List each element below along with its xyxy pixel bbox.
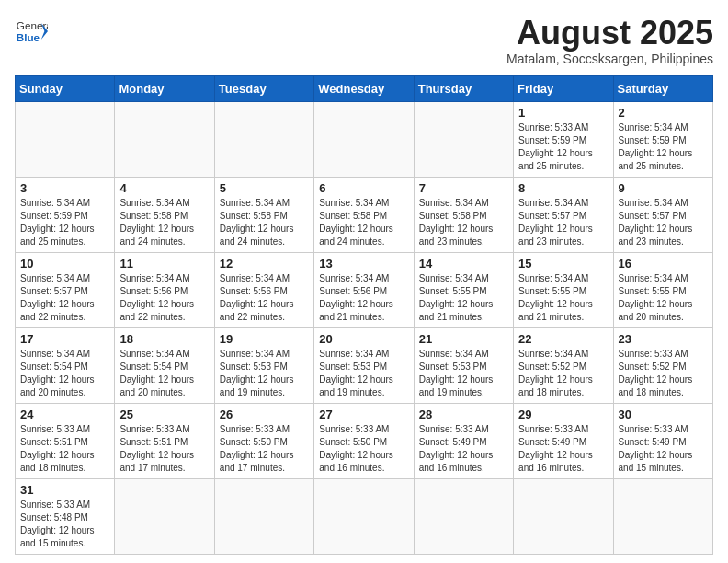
calendar-cell: 5Sunrise: 5:34 AM Sunset: 5:58 PM Daylig… [214,177,313,252]
day-info: Sunrise: 5:34 AM Sunset: 5:57 PM Dayligh… [20,272,109,324]
day-number: 9 [619,181,708,195]
calendar-cell: 14Sunrise: 5:34 AM Sunset: 5:55 PM Dayli… [414,252,513,327]
day-info: Sunrise: 5:34 AM Sunset: 5:55 PM Dayligh… [419,272,508,324]
calendar-cell: 3Sunrise: 5:34 AM Sunset: 5:59 PM Daylig… [16,177,115,252]
day-info: Sunrise: 5:34 AM Sunset: 5:53 PM Dayligh… [220,348,309,399]
day-number: 25 [119,408,209,421]
calendar-cell: 22Sunrise: 5:34 AM Sunset: 5:52 PM Dayli… [514,327,613,403]
day-info: Sunrise: 5:34 AM Sunset: 5:56 PM Dayligh… [319,272,408,324]
day-info: Sunrise: 5:34 AM Sunset: 5:57 PM Dayligh… [518,197,608,248]
day-number: 3 [20,181,109,195]
day-info: Sunrise: 5:33 AM Sunset: 5:52 PM Dayligh… [619,348,708,399]
calendar-cell: 1Sunrise: 5:33 AM Sunset: 5:59 PM Daylig… [514,101,613,177]
day-info: Sunrise: 5:33 AM Sunset: 5:49 PM Dayligh… [619,423,708,475]
calendar-cell: 31Sunrise: 5:33 AM Sunset: 5:48 PM Dayli… [16,478,115,554]
calendar-cell: 7Sunrise: 5:34 AM Sunset: 5:58 PM Daylig… [414,177,513,252]
calendar-cell: 19Sunrise: 5:34 AM Sunset: 5:53 PM Dayli… [214,327,313,403]
day-number: 31 [20,483,109,497]
calendar-cell: 11Sunrise: 5:34 AM Sunset: 5:56 PM Dayli… [115,252,214,327]
day-number: 29 [518,408,608,421]
day-number: 1 [518,106,608,120]
calendar-cell: 21Sunrise: 5:34 AM Sunset: 5:53 PM Dayli… [414,327,513,403]
day-number: 17 [20,332,109,346]
calendar-week-row: 24Sunrise: 5:33 AM Sunset: 5:51 PM Dayli… [16,403,713,478]
day-info: Sunrise: 5:34 AM Sunset: 5:53 PM Dayligh… [319,348,408,399]
day-info: Sunrise: 5:34 AM Sunset: 5:59 PM Dayligh… [20,197,109,248]
logo: General Blue [15,15,48,48]
day-number: 22 [518,332,608,346]
day-info: Sunrise: 5:34 AM Sunset: 5:53 PM Dayligh… [419,348,508,399]
calendar-cell: 25Sunrise: 5:33 AM Sunset: 5:51 PM Dayli… [115,403,214,478]
month-year-title: August 2025 [506,15,713,52]
day-number: 11 [119,257,209,270]
calendar-cell: 17Sunrise: 5:34 AM Sunset: 5:54 PM Dayli… [16,327,115,403]
logo-icon: General Blue [15,15,48,48]
calendar-cell: 24Sunrise: 5:33 AM Sunset: 5:51 PM Dayli… [16,403,115,478]
calendar-cell: 4Sunrise: 5:34 AM Sunset: 5:58 PM Daylig… [115,177,214,252]
calendar-cell [214,478,313,554]
day-info: Sunrise: 5:34 AM Sunset: 5:54 PM Dayligh… [20,348,109,399]
calendar-cell: 13Sunrise: 5:34 AM Sunset: 5:56 PM Dayli… [314,252,414,327]
calendar-cell [314,478,414,554]
weekday-header-thursday: Thursday [414,75,513,101]
calendar-cell: 18Sunrise: 5:34 AM Sunset: 5:54 PM Dayli… [115,327,214,403]
calendar-cell: 9Sunrise: 5:34 AM Sunset: 5:57 PM Daylig… [613,177,712,252]
weekday-header-friday: Friday [514,75,613,101]
day-info: Sunrise: 5:34 AM Sunset: 5:58 PM Dayligh… [220,197,309,248]
page-header: General Blue August 2025 Matalam, Soccsk… [15,15,713,66]
calendar-cell: 26Sunrise: 5:33 AM Sunset: 5:50 PM Dayli… [214,403,313,478]
title-area: August 2025 Matalam, Soccsksargen, Phili… [506,15,713,66]
calendar-cell: 23Sunrise: 5:33 AM Sunset: 5:52 PM Dayli… [613,327,712,403]
calendar-cell [514,478,613,554]
day-number: 20 [319,332,408,346]
day-info: Sunrise: 5:34 AM Sunset: 5:56 PM Dayligh… [220,272,309,324]
calendar-body: 1Sunrise: 5:33 AM Sunset: 5:59 PM Daylig… [16,101,713,554]
calendar-cell [16,101,115,177]
day-info: Sunrise: 5:33 AM Sunset: 5:50 PM Dayligh… [319,423,408,475]
calendar-cell [613,478,712,554]
calendar-cell: 2Sunrise: 5:34 AM Sunset: 5:59 PM Daylig… [613,101,712,177]
calendar-cell: 12Sunrise: 5:34 AM Sunset: 5:56 PM Dayli… [214,252,313,327]
day-info: Sunrise: 5:34 AM Sunset: 5:56 PM Dayligh… [119,272,209,324]
day-number: 28 [419,408,508,421]
calendar-week-row: 31Sunrise: 5:33 AM Sunset: 5:48 PM Dayli… [16,478,713,554]
day-number: 13 [319,257,408,270]
calendar-cell: 29Sunrise: 5:33 AM Sunset: 5:49 PM Dayli… [514,403,613,478]
day-number: 14 [419,257,508,270]
calendar-week-row: 10Sunrise: 5:34 AM Sunset: 5:57 PM Dayli… [16,252,713,327]
day-info: Sunrise: 5:33 AM Sunset: 5:49 PM Dayligh… [419,423,508,475]
calendar-cell [414,478,513,554]
day-number: 19 [220,332,309,346]
day-number: 10 [20,257,109,270]
day-info: Sunrise: 5:33 AM Sunset: 5:59 PM Dayligh… [518,121,608,173]
day-number: 4 [119,181,209,195]
day-number: 8 [518,181,608,195]
day-info: Sunrise: 5:34 AM Sunset: 5:57 PM Dayligh… [619,197,708,248]
location-subtitle: Matalam, Soccsksargen, Philippines [506,52,713,66]
calendar-header: SundayMondayTuesdayWednesdayThursdayFrid… [16,75,713,101]
day-info: Sunrise: 5:33 AM Sunset: 5:51 PM Dayligh… [20,423,109,475]
calendar-cell [414,101,513,177]
day-info: Sunrise: 5:33 AM Sunset: 5:50 PM Dayligh… [220,423,309,475]
calendar-cell: 27Sunrise: 5:33 AM Sunset: 5:50 PM Dayli… [314,403,414,478]
weekday-header-monday: Monday [115,75,214,101]
calendar-week-row: 1Sunrise: 5:33 AM Sunset: 5:59 PM Daylig… [16,101,713,177]
day-info: Sunrise: 5:34 AM Sunset: 5:58 PM Dayligh… [319,197,408,248]
day-info: Sunrise: 5:34 AM Sunset: 5:58 PM Dayligh… [419,197,508,248]
calendar-cell [314,101,414,177]
calendar-cell: 30Sunrise: 5:33 AM Sunset: 5:49 PM Dayli… [613,403,712,478]
day-number: 16 [619,257,708,270]
calendar-week-row: 3Sunrise: 5:34 AM Sunset: 5:59 PM Daylig… [16,177,713,252]
day-number: 23 [619,332,708,346]
day-number: 5 [220,181,309,195]
day-number: 2 [619,106,708,120]
day-info: Sunrise: 5:33 AM Sunset: 5:49 PM Dayligh… [518,423,608,475]
day-info: Sunrise: 5:33 AM Sunset: 5:51 PM Dayligh… [119,423,209,475]
weekday-header-row: SundayMondayTuesdayWednesdayThursdayFrid… [16,75,713,101]
weekday-header-saturday: Saturday [613,75,712,101]
day-number: 26 [220,408,309,421]
day-number: 30 [619,408,708,421]
calendar-cell: 16Sunrise: 5:34 AM Sunset: 5:55 PM Dayli… [613,252,712,327]
day-number: 7 [419,181,508,195]
day-info: Sunrise: 5:34 AM Sunset: 5:54 PM Dayligh… [119,348,209,399]
